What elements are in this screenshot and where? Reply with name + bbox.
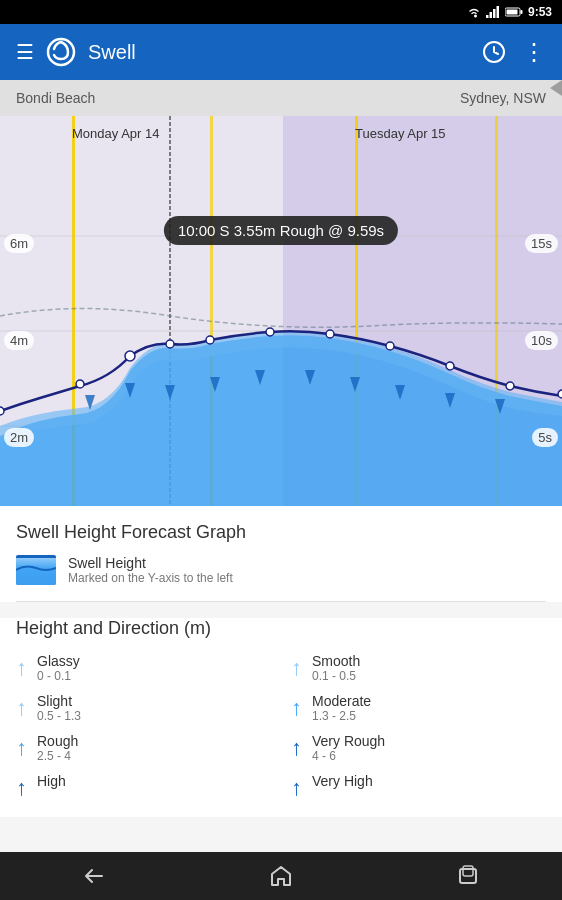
legend-sub: Marked on the Y-axis to the left xyxy=(68,571,233,585)
legend-text: Swell Height Marked on the Y-axis to the… xyxy=(68,555,233,585)
hd-label-smooth: Smooth xyxy=(312,653,360,669)
svg-rect-0 xyxy=(486,15,489,18)
svg-marker-9 xyxy=(550,80,562,96)
hd-grid: ↑ Glassy 0 - 0.1 ↑ Smooth 0.1 - 0.5 ↑ Sl… xyxy=(16,653,546,801)
svg-point-35 xyxy=(266,328,274,336)
hd-range-very-rough: 4 - 6 xyxy=(312,749,385,763)
moderate-arrow-icon: ↑ xyxy=(291,695,302,721)
nav-bar xyxy=(0,852,562,900)
y-label-5s: 5s xyxy=(532,428,558,447)
very-rough-text: Very Rough 4 - 6 xyxy=(312,733,385,763)
home-icon xyxy=(269,864,293,888)
hd-range-rough: 2.5 - 4 xyxy=(37,749,78,763)
hd-label-high: High xyxy=(37,773,66,789)
svg-rect-1 xyxy=(489,12,492,18)
list-item: ↑ Very High xyxy=(291,773,546,801)
status-bar: 9:53 xyxy=(0,0,562,24)
swell-swatch xyxy=(16,555,56,585)
svg-point-31 xyxy=(76,380,84,388)
y-label-2m: 2m xyxy=(4,428,34,447)
svg-point-36 xyxy=(326,330,334,338)
back-button[interactable] xyxy=(54,852,134,900)
more-icon[interactable]: ⋮ xyxy=(522,38,546,66)
hd-section: Height and Direction (m) ↑ Glassy 0 - 0.… xyxy=(0,618,562,817)
svg-point-30 xyxy=(0,407,4,415)
svg-rect-2 xyxy=(493,9,496,18)
chart-area[interactable]: Monday Apr 14 Tuesday Apr 15 6m 4m 2m 15… xyxy=(0,116,562,506)
legend-label: Swell Height xyxy=(68,555,233,571)
location-left: Bondi Beach xyxy=(16,90,95,106)
svg-marker-41 xyxy=(272,867,290,885)
battery-icon xyxy=(505,6,523,18)
very-high-text: Very High xyxy=(312,773,373,789)
list-item: ↑ Glassy 0 - 0.1 xyxy=(16,653,271,683)
hd-label-very-rough: Very Rough xyxy=(312,733,385,749)
hd-range-slight: 0.5 - 1.3 xyxy=(37,709,81,723)
svg-rect-6 xyxy=(506,10,517,15)
svg-rect-5 xyxy=(520,10,522,14)
app-title: Swell xyxy=(88,41,470,64)
chart-svg xyxy=(0,116,562,506)
svg-rect-43 xyxy=(463,866,473,876)
svg-point-38 xyxy=(446,362,454,370)
svg-rect-3 xyxy=(496,6,499,18)
back-icon xyxy=(82,864,106,888)
nav-arrow-icon xyxy=(550,80,562,96)
moderate-text: Moderate 1.3 - 2.5 xyxy=(312,693,371,723)
status-icons: 9:53 xyxy=(467,5,552,19)
info-section: Swell Height Forecast Graph Swell Height… xyxy=(0,506,562,602)
smooth-text: Smooth 0.1 - 0.5 xyxy=(312,653,360,683)
glassy-arrow-icon: ↑ xyxy=(16,655,27,681)
smooth-arrow-icon: ↑ xyxy=(291,655,302,681)
divider xyxy=(16,601,546,602)
hd-label-slight: Slight xyxy=(37,693,81,709)
list-item: ↑ High xyxy=(16,773,271,801)
location-bar: Bondi Beach Sydney, NSW xyxy=(0,80,562,116)
hd-title: Height and Direction (m) xyxy=(16,618,546,639)
high-text: High xyxy=(37,773,66,789)
info-title: Swell Height Forecast Graph xyxy=(16,522,546,543)
date-label-monday: Monday Apr 14 xyxy=(72,126,159,141)
svg-point-33 xyxy=(166,340,174,348)
svg-point-39 xyxy=(506,382,514,390)
rough-arrow-icon: ↑ xyxy=(16,735,27,761)
svg-point-40 xyxy=(558,390,562,398)
location-right: Sydney, NSW xyxy=(460,90,546,106)
date-label-tuesday: Tuesday Apr 15 xyxy=(355,126,446,141)
clock-icon[interactable] xyxy=(482,40,506,64)
svg-point-34 xyxy=(206,336,214,344)
legend-item-swell: Swell Height Marked on the Y-axis to the… xyxy=(16,555,546,585)
slight-arrow-icon: ↑ xyxy=(16,695,27,721)
hd-range-smooth: 0.1 - 0.5 xyxy=(312,669,360,683)
slight-text: Slight 0.5 - 1.3 xyxy=(37,693,81,723)
app-logo xyxy=(46,37,76,67)
list-item: ↑ Very Rough 4 - 6 xyxy=(291,733,546,763)
list-item: ↑ Slight 0.5 - 1.3 xyxy=(16,693,271,723)
list-item: ↑ Moderate 1.3 - 2.5 xyxy=(291,693,546,723)
wifi-icon xyxy=(467,6,481,18)
home-button[interactable] xyxy=(241,852,321,900)
chart-tooltip: 10:00 S 3.55m Rough @ 9.59s xyxy=(164,216,398,245)
y-label-10s: 10s xyxy=(525,331,558,350)
app-bar: ☰ Swell ⋮ xyxy=(0,24,562,80)
hd-label-glassy: Glassy xyxy=(37,653,80,669)
list-item: ↑ Smooth 0.1 - 0.5 xyxy=(291,653,546,683)
hd-label-rough: Rough xyxy=(37,733,78,749)
svg-point-32 xyxy=(125,351,135,361)
signal-icon xyxy=(486,6,500,18)
recents-button[interactable] xyxy=(428,852,508,900)
list-item: ↑ Rough 2.5 - 4 xyxy=(16,733,271,763)
app-bar-actions: ⋮ xyxy=(482,38,546,66)
svg-point-37 xyxy=(386,342,394,350)
y-label-4m: 4m xyxy=(4,331,34,350)
hd-range-moderate: 1.3 - 2.5 xyxy=(312,709,371,723)
y-label-6m: 6m xyxy=(4,234,34,253)
recents-icon xyxy=(456,864,480,888)
hamburger-icon[interactable]: ☰ xyxy=(16,40,34,64)
y-label-15s: 15s xyxy=(525,234,558,253)
hd-label-moderate: Moderate xyxy=(312,693,371,709)
high-arrow-icon: ↑ xyxy=(16,775,27,801)
hd-range-glassy: 0 - 0.1 xyxy=(37,669,80,683)
rough-text: Rough 2.5 - 4 xyxy=(37,733,78,763)
glassy-text: Glassy 0 - 0.1 xyxy=(37,653,80,683)
